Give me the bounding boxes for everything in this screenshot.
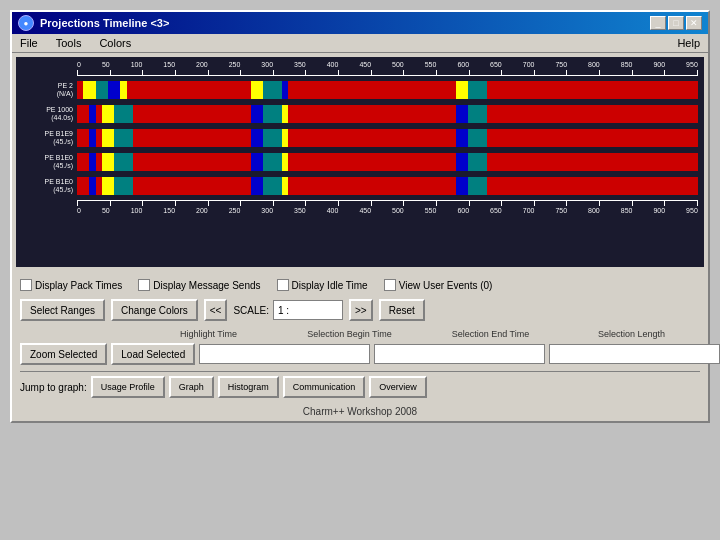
tab-overview[interactable]: Overview xyxy=(369,376,427,398)
title-bar-left: ● Projections Timeline <3> xyxy=(18,15,169,31)
scale-bottom-tick: 150 xyxy=(163,207,175,214)
scale-tick-line-top xyxy=(77,70,698,76)
scale-bottom-tick: 400 xyxy=(327,207,339,214)
checkbox-display-message-sends[interactable]: Display Message Sends xyxy=(138,279,260,291)
scale-bottom-tick: 350 xyxy=(294,207,306,214)
zoom-selected-button[interactable]: Zoom Selected xyxy=(20,343,107,365)
checkbox-view-user-events[interactable]: View User Events (0) xyxy=(384,279,493,291)
scale-bottom-tick: 450 xyxy=(359,207,371,214)
scale-bottom-tick: 0 xyxy=(77,207,81,214)
scale-top-tick: 50 xyxy=(102,61,110,68)
reset-button[interactable]: Reset xyxy=(379,299,425,321)
menu-colors[interactable]: Colors xyxy=(95,36,135,50)
scale-tick-line-bottom xyxy=(77,200,698,206)
checkbox-box[interactable] xyxy=(138,279,150,291)
checkbox-box[interactable] xyxy=(20,279,32,291)
menu-file[interactable]: File xyxy=(16,36,42,50)
menu-items: File Tools Colors xyxy=(16,36,135,50)
scale-bottom-tick: 850 xyxy=(621,207,633,214)
selection-end-header: Selection End Time xyxy=(422,329,559,339)
highlight-time-header: Highlight Time xyxy=(140,329,277,339)
minimize-button[interactable]: _ xyxy=(650,16,666,30)
scale-bottom-tick: 500 xyxy=(392,207,404,214)
prev-button[interactable]: << xyxy=(204,299,228,321)
scale-top-tick: 650 xyxy=(490,61,502,68)
scale-top-tick: 800 xyxy=(588,61,600,68)
main-window: ● Projections Timeline <3> _ □ ✕ File To… xyxy=(10,10,710,423)
scale-bottom-tick: 950 xyxy=(686,207,698,214)
row-bar[interactable] xyxy=(77,81,698,99)
select-ranges-button[interactable]: Select Ranges xyxy=(20,299,105,321)
scale-bottom-tick: 750 xyxy=(555,207,567,214)
tab-histogram[interactable]: Histogram xyxy=(218,376,279,398)
chart-rows: PE 2(N/A) PE 1000(44.0s) xyxy=(22,79,698,197)
scale-top-tick: 450 xyxy=(359,61,371,68)
highlight-time-field[interactable] xyxy=(199,344,370,364)
scale-top-tick: 850 xyxy=(621,61,633,68)
checkbox-display-pack-times[interactable]: Display Pack Times xyxy=(20,279,122,291)
tab-graph[interactable]: Graph xyxy=(169,376,214,398)
scale-top-tick: 700 xyxy=(523,61,535,68)
scale-bottom-tick: 800 xyxy=(588,207,600,214)
chart-row: PE 1000(44.0s) xyxy=(22,103,698,125)
scale-input[interactable] xyxy=(273,300,343,320)
row-label: PE 2(N/A) xyxy=(22,82,77,99)
row-bar[interactable] xyxy=(77,105,698,123)
change-colors-button[interactable]: Change Colors xyxy=(111,299,198,321)
checkbox-box[interactable] xyxy=(384,279,396,291)
checkbox-label-text: Display Message Sends xyxy=(153,280,260,291)
selection-length-header: Selection Length xyxy=(563,329,700,339)
title-buttons: _ □ ✕ xyxy=(650,16,702,30)
row-bar[interactable] xyxy=(77,129,698,147)
chart-area: 0 50 100 150 200 250 300 350 400 450 500… xyxy=(16,57,704,267)
checkboxes-row: Display Pack Times Display Message Sends… xyxy=(20,275,700,295)
scale-top: 0 50 100 150 200 250 300 350 400 450 500… xyxy=(77,61,698,68)
scale-top-tick: 150 xyxy=(163,61,175,68)
selection-begin-header: Selection Begin Time xyxy=(281,329,418,339)
maximize-button[interactable]: □ xyxy=(668,16,684,30)
scale-bottom-tick: 600 xyxy=(457,207,469,214)
scale-top-tick: 0 xyxy=(77,61,81,68)
scale-top-tick: 300 xyxy=(261,61,273,68)
app-icon: ● xyxy=(18,15,34,31)
row-bar[interactable] xyxy=(77,153,698,171)
scale-bottom-tick: 100 xyxy=(131,207,143,214)
row-bar[interactable] xyxy=(77,177,698,195)
chart-row: PE B1E0(45./s) xyxy=(22,151,698,173)
scale-label: SCALE: xyxy=(233,305,269,316)
scale-bottom: 0 50 100 150 200 250 300 350 400 450 500… xyxy=(77,207,698,214)
menu-tools[interactable]: Tools xyxy=(52,36,86,50)
scale-top-tick: 500 xyxy=(392,61,404,68)
scale-top-tick: 750 xyxy=(555,61,567,68)
scale-top-tick: 100 xyxy=(131,61,143,68)
checkbox-label-text: View User Events (0) xyxy=(399,280,493,291)
selection-end-field[interactable] xyxy=(549,344,720,364)
checkbox-label-text: Display Idle Time xyxy=(292,280,368,291)
scale-top-tick: 900 xyxy=(653,61,665,68)
scale-bottom-tick: 50 xyxy=(102,207,110,214)
menu-bar: File Tools Colors Help xyxy=(12,34,708,53)
load-selected-button[interactable]: Load Selected xyxy=(111,343,195,365)
title-bar: ● Projections Timeline <3> _ □ ✕ xyxy=(12,12,708,34)
scale-row: SCALE: xyxy=(233,300,343,320)
controls-area: Display Pack Times Display Message Sends… xyxy=(12,271,708,402)
selection-begin-field[interactable] xyxy=(374,344,545,364)
scale-top-tick: 350 xyxy=(294,61,306,68)
scale-top-tick: 550 xyxy=(425,61,437,68)
close-button[interactable]: ✕ xyxy=(686,16,702,30)
scale-bottom-tick: 200 xyxy=(196,207,208,214)
chart-row: PE 2(N/A) xyxy=(22,79,698,101)
checkbox-display-idle-time[interactable]: Display Idle Time xyxy=(277,279,368,291)
scale-bottom-tick: 900 xyxy=(653,207,665,214)
row-label: PE B1E9(45./s) xyxy=(22,130,77,147)
checkbox-box[interactable] xyxy=(277,279,289,291)
checkbox-label-text: Display Pack Times xyxy=(35,280,122,291)
menu-help[interactable]: Help xyxy=(673,36,704,50)
scale-bottom-tick: 250 xyxy=(229,207,241,214)
next-button[interactable]: >> xyxy=(349,299,373,321)
tab-communication[interactable]: Communication xyxy=(283,376,366,398)
row-label: PE B1E0(45./s) xyxy=(22,178,77,195)
fields-header: Highlight Time Selection Begin Time Sele… xyxy=(20,329,700,341)
footer: Charm++ Workshop 2008 xyxy=(12,402,708,421)
tab-usage-profile[interactable]: Usage Profile xyxy=(91,376,165,398)
